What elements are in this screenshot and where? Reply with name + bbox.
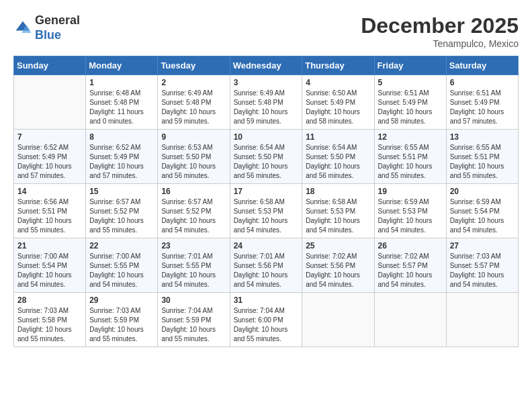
weekday-header: Wednesday bbox=[230, 56, 302, 75]
day-info: Sunrise: 6:49 AM Sunset: 5:48 PM Dayligh… bbox=[234, 89, 299, 126]
calendar-cell: 16Sunrise: 6:57 AM Sunset: 5:52 PM Dayli… bbox=[158, 184, 230, 238]
calendar-cell: 21Sunrise: 7:00 AM Sunset: 5:54 PM Dayli… bbox=[14, 238, 86, 293]
day-info: Sunrise: 6:54 AM Sunset: 5:50 PM Dayligh… bbox=[306, 143, 370, 181]
calendar-week-row: 21Sunrise: 7:00 AM Sunset: 5:54 PM Dayli… bbox=[14, 238, 519, 293]
calendar-cell: 25Sunrise: 7:02 AM Sunset: 5:56 PM Dayli… bbox=[302, 238, 374, 293]
day-info: Sunrise: 7:00 AM Sunset: 5:54 PM Dayligh… bbox=[17, 252, 82, 289]
day-number: 31 bbox=[234, 295, 299, 305]
calendar-cell: 15Sunrise: 6:57 AM Sunset: 5:52 PM Dayli… bbox=[86, 184, 158, 238]
day-number: 6 bbox=[450, 78, 515, 87]
calendar-cell: 31Sunrise: 7:04 AM Sunset: 6:00 PM Dayli… bbox=[230, 293, 302, 347]
calendar-cell bbox=[374, 293, 446, 347]
day-info: Sunrise: 6:52 AM Sunset: 5:49 PM Dayligh… bbox=[17, 143, 82, 181]
day-number: 15 bbox=[89, 187, 154, 196]
day-number: 17 bbox=[234, 187, 299, 196]
day-number: 7 bbox=[17, 132, 82, 142]
day-info: Sunrise: 6:51 AM Sunset: 5:49 PM Dayligh… bbox=[378, 89, 443, 126]
day-info: Sunrise: 6:55 AM Sunset: 5:51 PM Dayligh… bbox=[450, 143, 515, 181]
day-number: 26 bbox=[378, 241, 443, 250]
calendar-cell: 10Sunrise: 6:54 AM Sunset: 5:50 PM Dayli… bbox=[230, 130, 302, 184]
day-info: Sunrise: 6:55 AM Sunset: 5:51 PM Dayligh… bbox=[378, 143, 443, 181]
day-number: 2 bbox=[161, 78, 226, 87]
day-number: 9 bbox=[161, 132, 226, 142]
calendar-cell: 4Sunrise: 6:50 AM Sunset: 5:49 PM Daylig… bbox=[302, 75, 374, 130]
day-number: 24 bbox=[234, 241, 299, 250]
day-info: Sunrise: 6:50 AM Sunset: 5:49 PM Dayligh… bbox=[306, 89, 370, 126]
day-info: Sunrise: 7:03 AM Sunset: 5:57 PM Dayligh… bbox=[450, 252, 515, 289]
calendar-cell: 29Sunrise: 7:03 AM Sunset: 5:59 PM Dayli… bbox=[86, 293, 158, 347]
day-number: 27 bbox=[450, 241, 515, 250]
day-number: 16 bbox=[161, 187, 226, 196]
day-number: 20 bbox=[450, 187, 515, 196]
calendar-cell: 3Sunrise: 6:49 AM Sunset: 5:48 PM Daylig… bbox=[230, 75, 302, 130]
day-info: Sunrise: 7:02 AM Sunset: 5:57 PM Dayligh… bbox=[378, 252, 443, 289]
weekday-header: Monday bbox=[86, 56, 158, 75]
day-info: Sunrise: 6:52 AM Sunset: 5:49 PM Dayligh… bbox=[89, 143, 154, 181]
calendar-table: SundayMondayTuesdayWednesdayThursdayFrid… bbox=[13, 56, 519, 347]
day-info: Sunrise: 7:04 AM Sunset: 6:00 PM Dayligh… bbox=[234, 306, 299, 344]
calendar-cell: 30Sunrise: 7:04 AM Sunset: 5:59 PM Dayli… bbox=[158, 293, 230, 347]
day-number: 12 bbox=[378, 132, 443, 142]
calendar-cell: 7Sunrise: 6:52 AM Sunset: 5:49 PM Daylig… bbox=[14, 130, 86, 184]
day-info: Sunrise: 6:59 AM Sunset: 5:53 PM Dayligh… bbox=[378, 197, 443, 235]
month-title: December 2025 bbox=[361, 13, 519, 38]
calendar-cell: 8Sunrise: 6:52 AM Sunset: 5:49 PM Daylig… bbox=[86, 130, 158, 184]
day-info: Sunrise: 6:57 AM Sunset: 5:52 PM Dayligh… bbox=[89, 197, 154, 235]
calendar-cell: 22Sunrise: 7:00 AM Sunset: 5:55 PM Dayli… bbox=[86, 238, 158, 293]
day-number: 4 bbox=[306, 78, 370, 87]
calendar-week-row: 7Sunrise: 6:52 AM Sunset: 5:49 PM Daylig… bbox=[14, 130, 519, 184]
calendar-cell: 24Sunrise: 7:01 AM Sunset: 5:56 PM Dayli… bbox=[230, 238, 302, 293]
day-number: 13 bbox=[450, 132, 515, 142]
day-number: 3 bbox=[234, 78, 299, 87]
calendar-cell: 26Sunrise: 7:02 AM Sunset: 5:57 PM Dayli… bbox=[374, 238, 446, 293]
calendar-cell: 18Sunrise: 6:58 AM Sunset: 5:53 PM Dayli… bbox=[302, 184, 374, 238]
weekday-header: Saturday bbox=[446, 56, 518, 75]
day-number: 19 bbox=[378, 187, 443, 196]
day-info: Sunrise: 7:01 AM Sunset: 5:56 PM Dayligh… bbox=[234, 252, 299, 289]
day-number: 21 bbox=[17, 241, 82, 250]
weekday-header: Tuesday bbox=[158, 56, 230, 75]
day-info: Sunrise: 6:58 AM Sunset: 5:53 PM Dayligh… bbox=[234, 197, 299, 235]
day-info: Sunrise: 6:53 AM Sunset: 5:50 PM Dayligh… bbox=[161, 143, 226, 181]
day-info: Sunrise: 6:48 AM Sunset: 5:48 PM Dayligh… bbox=[89, 89, 154, 126]
day-number: 23 bbox=[161, 241, 226, 250]
day-info: Sunrise: 7:03 AM Sunset: 5:58 PM Dayligh… bbox=[17, 306, 82, 344]
day-info: Sunrise: 7:01 AM Sunset: 5:55 PM Dayligh… bbox=[161, 252, 226, 289]
calendar-cell: 5Sunrise: 6:51 AM Sunset: 5:49 PM Daylig… bbox=[374, 75, 446, 130]
weekday-header: Friday bbox=[374, 56, 446, 75]
day-number: 1 bbox=[89, 78, 154, 87]
calendar-cell: 28Sunrise: 7:03 AM Sunset: 5:58 PM Dayli… bbox=[14, 293, 86, 347]
weekday-header: Sunday bbox=[14, 56, 86, 75]
calendar-cell: 11Sunrise: 6:54 AM Sunset: 5:50 PM Dayli… bbox=[302, 130, 374, 184]
logo: General Blue bbox=[13, 13, 80, 42]
calendar-week-row: 28Sunrise: 7:03 AM Sunset: 5:58 PM Dayli… bbox=[14, 293, 519, 347]
calendar-cell: 1Sunrise: 6:48 AM Sunset: 5:48 PM Daylig… bbox=[86, 75, 158, 130]
day-info: Sunrise: 6:51 AM Sunset: 5:49 PM Dayligh… bbox=[450, 89, 515, 126]
logo-general-text: General bbox=[35, 13, 80, 28]
weekday-header: Thursday bbox=[302, 56, 374, 75]
day-info: Sunrise: 6:54 AM Sunset: 5:50 PM Dayligh… bbox=[234, 143, 299, 181]
calendar-cell bbox=[14, 75, 86, 130]
day-info: Sunrise: 6:59 AM Sunset: 5:54 PM Dayligh… bbox=[450, 197, 515, 235]
title-block: December 2025 Tenampulco, Mexico bbox=[361, 13, 519, 49]
day-info: Sunrise: 6:57 AM Sunset: 5:52 PM Dayligh… bbox=[161, 197, 226, 235]
calendar-cell: 27Sunrise: 7:03 AM Sunset: 5:57 PM Dayli… bbox=[446, 238, 518, 293]
calendar-cell: 13Sunrise: 6:55 AM Sunset: 5:51 PM Dayli… bbox=[446, 130, 518, 184]
calendar-cell: 12Sunrise: 6:55 AM Sunset: 5:51 PM Dayli… bbox=[374, 130, 446, 184]
calendar-cell: 17Sunrise: 6:58 AM Sunset: 5:53 PM Dayli… bbox=[230, 184, 302, 238]
calendar-cell: 14Sunrise: 6:56 AM Sunset: 5:51 PM Dayli… bbox=[14, 184, 86, 238]
day-number: 18 bbox=[306, 187, 370, 196]
calendar-cell: 20Sunrise: 6:59 AM Sunset: 5:54 PM Dayli… bbox=[446, 184, 518, 238]
calendar-header-row: SundayMondayTuesdayWednesdayThursdayFrid… bbox=[14, 56, 519, 75]
calendar-cell bbox=[302, 293, 374, 347]
calendar-cell: 2Sunrise: 6:49 AM Sunset: 5:48 PM Daylig… bbox=[158, 75, 230, 130]
day-info: Sunrise: 7:00 AM Sunset: 5:55 PM Dayligh… bbox=[89, 252, 154, 289]
calendar-week-row: 1Sunrise: 6:48 AM Sunset: 5:48 PM Daylig… bbox=[14, 75, 519, 130]
day-info: Sunrise: 6:49 AM Sunset: 5:48 PM Dayligh… bbox=[161, 89, 226, 126]
day-number: 10 bbox=[234, 132, 299, 142]
day-number: 14 bbox=[17, 187, 82, 196]
day-number: 22 bbox=[89, 241, 154, 250]
day-info: Sunrise: 7:02 AM Sunset: 5:56 PM Dayligh… bbox=[306, 252, 370, 289]
calendar-week-row: 14Sunrise: 6:56 AM Sunset: 5:51 PM Dayli… bbox=[14, 184, 519, 238]
day-number: 11 bbox=[306, 132, 370, 142]
